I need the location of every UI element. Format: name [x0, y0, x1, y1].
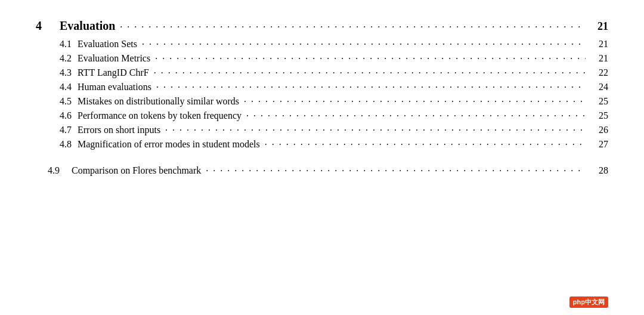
toc-entry-4-4: 4.4 Human evaluations 24: [36, 82, 608, 92]
toc-entry-4-9: 4.9 Comparison on Flores benchmark 28: [36, 165, 608, 176]
dots-4-5: [244, 94, 586, 104]
section-number: 4: [36, 19, 60, 33]
dots-4-8: [265, 137, 586, 147]
section-header: 4 Evaluation 21: [36, 19, 608, 33]
page: 4 Evaluation 21 4.1 Evaluation Sets 21 4…: [0, 0, 644, 315]
toc-entry-4-8: 4.8 Magnification of error modes in stud…: [36, 139, 608, 150]
dots-4-4: [156, 79, 586, 90]
entry-title-4-2: Evaluation Metrics: [78, 53, 150, 64]
entry-number-4-8: 4.8: [36, 139, 78, 150]
page-4-6: 25: [590, 110, 608, 121]
page-4-8: 27: [590, 139, 608, 150]
entry-title-4-3: RTT LangID ChrF: [78, 67, 149, 78]
entry-number-4-2: 4.2: [36, 53, 78, 64]
page-4-7: 26: [590, 125, 608, 135]
entry-title-4-7: Errors on short inputs: [78, 125, 160, 135]
entry-number-4-5: 4.5: [36, 96, 78, 107]
toc-entry-4-3: 4.3 RTT LangID ChrF 22: [36, 67, 608, 78]
toc-entry-4-1: 4.1 Evaluation Sets 21: [36, 39, 608, 50]
entry-number-4-1: 4.1: [36, 39, 78, 50]
entry-number-4-4: 4.4: [36, 82, 78, 92]
toc-section: 4 Evaluation 21 4.1 Evaluation Sets 21 4…: [36, 19, 608, 176]
entry-title-4-6: Performance on tokens by token frequency: [78, 110, 242, 121]
toc-entry-4-5: 4.5 Mistakes on distributionally similar…: [36, 96, 608, 107]
entry-title-4-8: Magnification of error modes in student …: [78, 139, 260, 150]
entry-number-4-6: 4.6: [36, 110, 78, 121]
entry-number-4-3: 4.3: [36, 67, 78, 78]
toc-entry-4-6: 4.6 Performance on tokens by token frequ…: [36, 110, 608, 121]
watermark: php中文网: [569, 297, 608, 308]
dots-4-7: [165, 122, 586, 133]
entry-title-4-5: Mistakes on distributionally similar wor…: [78, 96, 239, 107]
entry-number-4-7: 4.7: [36, 125, 78, 135]
page-4-1: 21: [590, 39, 608, 50]
header-dots: [120, 19, 586, 30]
toc-entry-4-7: 4.7 Errors on short inputs 26: [36, 125, 608, 135]
header-page: 21: [590, 20, 608, 33]
page-4-4: 24: [590, 82, 608, 92]
dots-4-9: [206, 163, 586, 174]
section-title: Evaluation: [60, 19, 115, 33]
entry-title-4-1: Evaluation Sets: [78, 39, 137, 50]
page-4-2: 21: [590, 53, 608, 64]
dots-4-6: [246, 108, 586, 119]
toc-entry-4-2: 4.2 Evaluation Metrics 21: [36, 53, 608, 64]
entry-title-4-9: Comparison on Flores benchmark: [72, 165, 201, 176]
dots-4-3: [154, 65, 586, 76]
page-4-3: 22: [590, 67, 608, 78]
page-4-9: 28: [590, 165, 608, 176]
dots-4-1: [142, 36, 586, 47]
dots-4-2: [155, 51, 586, 61]
page-4-5: 25: [590, 96, 608, 107]
entry-number-4-9: 4.9: [36, 165, 72, 176]
entry-title-4-4: Human evaluations: [78, 82, 151, 92]
